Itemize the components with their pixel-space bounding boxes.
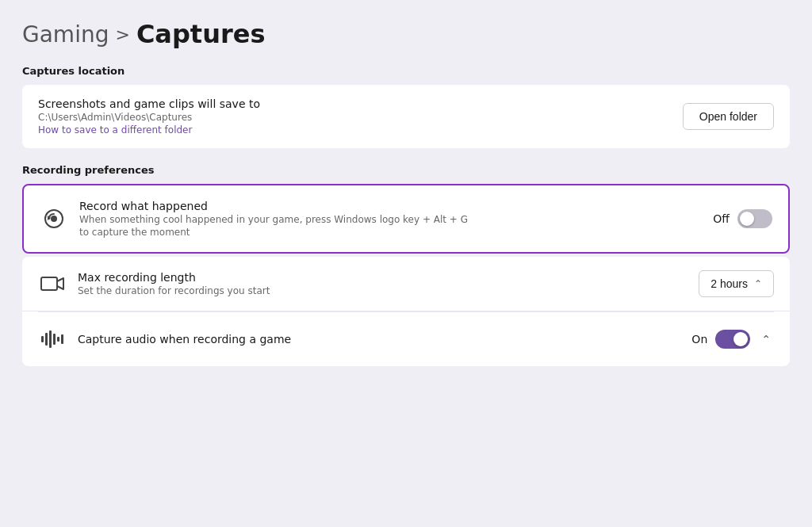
capture-audio-info: Capture audio when recording a game [78,333,291,346]
record-icon-box [40,204,68,233]
svg-rect-4 [41,336,44,342]
capture-audio-left: Capture audio when recording a game [38,325,291,353]
save-location-path: C:\Users\Admin\Videos\Captures [38,112,260,123]
record-what-happened-title: Record what happened [79,200,468,212]
breadcrumb-current: Captures [136,19,266,49]
save-location-title: Screenshots and game clips will save to [38,97,260,110]
capture-audio-expand-chevron[interactable]: ⌃ [758,330,774,349]
svg-rect-3 [41,277,57,290]
max-recording-info: Max recording length Set the duration fo… [78,271,270,296]
save-location-link[interactable]: How to save to a different folder [38,124,260,136]
record-what-happened-info: Record what happened When something cool… [79,200,468,238]
captures-location-label: Captures location [22,65,790,77]
max-recording-value: 2 hours [710,277,748,290]
settings-window: Gaming > Captures Captures location Scre… [0,0,812,527]
record-what-happened-subtitle2: to capture the moment [79,227,468,238]
breadcrumb: Gaming > Captures [22,19,790,49]
camera-icon [40,274,64,293]
capture-audio-toggle[interactable] [715,330,750,349]
breadcrumb-separator: > [115,25,129,44]
svg-rect-9 [61,334,63,344]
max-recording-title: Max recording length [78,271,270,284]
record-what-happened-left: Record what happened When something cool… [40,200,468,238]
record-what-happened-icon [42,207,66,231]
record-what-happened-toggle[interactable] [737,209,772,228]
audio-icon [40,330,64,349]
record-what-happened-toggle-knob [740,212,754,226]
svg-rect-7 [53,334,56,345]
svg-rect-8 [57,337,59,342]
capture-audio-title: Capture audio when recording a game [78,333,291,346]
recording-preferences-label: Recording preferences [22,164,790,176]
max-recording-dropdown[interactable]: 2 hours ⌃ [699,270,774,297]
max-recording-card: Max recording length Set the duration fo… [22,257,790,366]
record-what-happened-toggle-label: Off [713,212,730,225]
captures-location-section: Captures location Screenshots and game c… [22,65,790,151]
capture-audio-right: On ⌃ [691,330,774,349]
audio-icon-box [38,325,67,353]
breadcrumb-parent[interactable]: Gaming [22,21,109,48]
open-folder-button[interactable]: Open folder [683,103,774,130]
record-what-happened-row: Record what happened When something cool… [24,185,788,252]
svg-rect-5 [45,333,48,346]
record-what-happened-card: Record what happened When something cool… [22,184,790,254]
record-what-happened-toggle-container: Off [713,209,772,228]
capture-audio-toggle-knob [733,332,748,346]
max-recording-right: 2 hours ⌃ [699,270,774,297]
max-recording-row: Max recording length Set the duration fo… [22,257,790,311]
max-recording-chevron-icon: ⌃ [754,278,762,289]
svg-point-2 [51,216,57,222]
max-recording-left: Max recording length Set the duration fo… [38,269,270,298]
save-location-info: Screenshots and game clips will save to … [38,97,260,136]
svg-rect-6 [49,330,52,348]
captures-location-card: Screenshots and game clips will save to … [22,85,790,148]
max-recording-subtitle: Set the duration for recordings you star… [78,285,270,296]
capture-audio-toggle-label: On [691,333,707,346]
camera-icon-box [38,269,67,298]
capture-audio-row: Capture audio when recording a game On ⌃ [22,312,790,366]
save-location-row: Screenshots and game clips will save to … [22,85,790,148]
record-what-happened-subtitle1: When something cool happened in your gam… [79,214,468,225]
recording-preferences-section: Recording preferences Record what happen… [22,164,790,369]
